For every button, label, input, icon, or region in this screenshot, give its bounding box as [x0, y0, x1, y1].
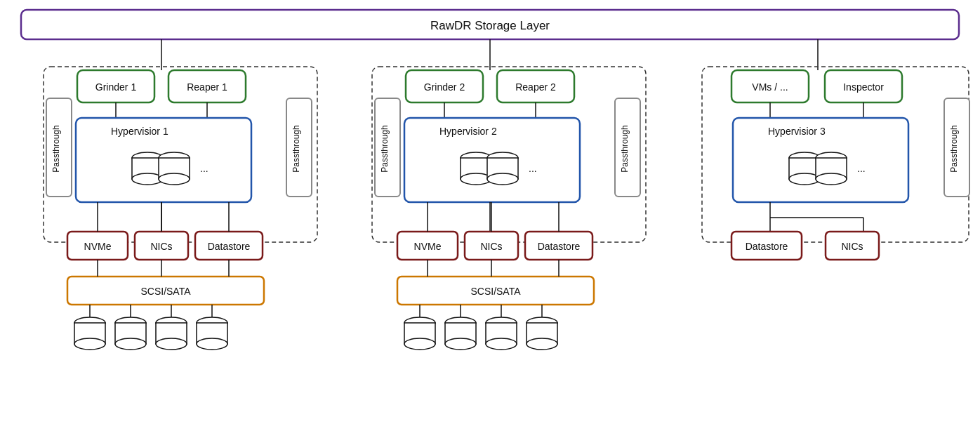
passthrough-right-g3: Passthrough: [949, 125, 959, 172]
vms-label: VMs / ...: [752, 81, 788, 93]
hypervisor2-label: Hypervisior 2: [439, 126, 497, 137]
passthrough-right-g2: Passthrough: [620, 125, 630, 172]
svg-point-33: [115, 338, 146, 350]
inspector-label: Inspector: [843, 81, 884, 93]
reaper2-label: Reaper 2: [515, 81, 556, 93]
svg-point-36: [156, 338, 187, 350]
nvme-g1: NVMe: [84, 241, 112, 252]
nics-g3: NICs: [841, 241, 863, 252]
datastore-g1: Datastore: [208, 241, 251, 252]
svg-point-77: [486, 338, 517, 350]
svg-point-57: [487, 173, 518, 185]
hypervisor3-label: Hypervisior 3: [768, 126, 826, 137]
datastore-g3: Datastore: [746, 241, 788, 252]
svg-point-71: [404, 338, 435, 350]
svg-point-74: [445, 338, 476, 350]
grinder1-label: Grinder 1: [95, 81, 137, 93]
svg-point-39: [197, 338, 227, 350]
svg-point-97: [816, 173, 847, 185]
svg-point-16: [159, 173, 190, 185]
grinder2-label: Grinder 2: [424, 81, 465, 93]
svg-point-80: [527, 338, 557, 350]
rawdr-storage-label: RawDR Storage Layer: [430, 19, 550, 32]
scsi-g2: SCSI/SATA: [470, 286, 521, 297]
scsi-g1: SCSI/SATA: [140, 286, 191, 297]
hypervisor1-label: Hypervisior 1: [111, 126, 168, 137]
dots-g3: ...: [857, 163, 866, 174]
nics-g2: NICs: [480, 241, 502, 252]
passthrough-right-g1: Passthrough: [291, 125, 301, 172]
passthrough-left-g1: Passthrough: [51, 125, 61, 172]
nvme-g2: NVMe: [414, 241, 442, 252]
dots-g1: ...: [200, 163, 208, 174]
dots-g2: ...: [529, 163, 537, 174]
reaper1-label: Reaper 1: [187, 81, 227, 93]
architecture-diagram: .box-purple { fill: white; stroke: #5b2d…: [0, 0, 980, 445]
passthrough-left-g2: Passthrough: [380, 125, 390, 172]
nics-g1: NICs: [150, 241, 172, 252]
svg-point-30: [74, 338, 105, 350]
datastore-g2: Datastore: [538, 241, 581, 252]
